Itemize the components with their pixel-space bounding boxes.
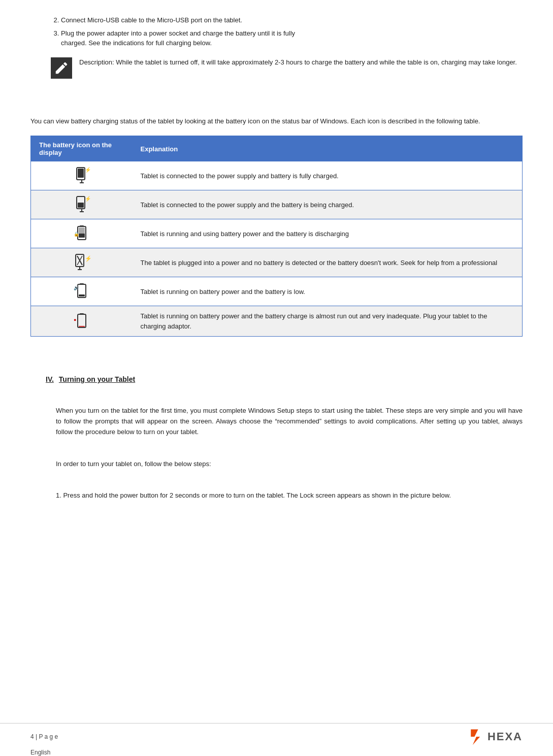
svg-rect-26 [79, 326, 85, 327]
battery-icon-cell: ⚡ [31, 161, 133, 190]
svg-text:⚡: ⚡ [85, 195, 91, 202]
description-text: Description: While the tablet is turned … [79, 57, 517, 68]
table-row-desc-5: Tablet is running on battery power and t… [133, 277, 523, 306]
step-3-item: Plug the power adapter into a power sock… [61, 28, 523, 48]
svg-text:🔒: 🔒 [74, 231, 80, 237]
svg-text:⚡: ⚡ [85, 255, 92, 262]
step-2-item: Connect Micro-USB cable to the Micro-USB… [61, 15, 523, 25]
table-row-desc-3: Tablet is running and using battery powe… [133, 219, 523, 248]
svg-rect-6 [78, 203, 84, 208]
battery-icon-cell: 🔒 [31, 219, 133, 248]
svg-text:🔊: 🔊 [74, 285, 80, 291]
hexa-logo-icon [467, 728, 485, 746]
table-header-col1: The battery icon on the display [31, 136, 133, 162]
table-row: ● Tablet is running on battery power and… [31, 306, 523, 337]
table-row: 🔒 Tablet is running and using battery po… [31, 219, 523, 248]
hexa-logo: HEXA [467, 728, 523, 746]
svg-rect-1 [78, 169, 84, 178]
table-row-desc-2: Tablet is connected to the power supply … [133, 190, 523, 219]
section-title: Turning on your Tablet [59, 375, 135, 383]
intro-paragraph: You can view battery charging status of … [30, 116, 523, 127]
page-number: 4 | P a g e [30, 733, 467, 740]
battery-no-battery-icon: ⚡ [39, 253, 124, 272]
svg-rect-25 [78, 314, 86, 327]
battery-low-icon: 🔊 [39, 282, 124, 301]
battery-low-svg: 🔊 [73, 282, 91, 301]
table-header-col2: Explanation [133, 136, 523, 162]
svg-rect-13 [80, 225, 84, 227]
table-header-row: The battery icon on the display Explanat… [31, 136, 523, 162]
table-row: ⚡ The tablet is plugged into a power and… [31, 248, 523, 277]
table-row: ⚡ Tablet is connected to the power suppl… [31, 190, 523, 219]
section-roman-numeral: IV. [46, 375, 54, 383]
table-row-desc-4: The tablet is plugged into a power and n… [133, 248, 523, 277]
battery-charging-icon: ⚡ [39, 195, 124, 214]
battery-icon-cell: ⚡ [31, 248, 133, 277]
footer-language: English [30, 749, 50, 756]
spacer6 [30, 476, 523, 490]
battery-critical-icon: ● [39, 312, 124, 331]
description-box: Description: While the tablet is turned … [51, 57, 523, 79]
svg-rect-12 [79, 234, 85, 238]
numbered-list: Connect Micro-USB cable to the Micro-USB… [61, 15, 523, 48]
table-row: ⚡ Tablet is connected to the power suppl… [31, 161, 523, 190]
battery-critical-svg: ● [73, 312, 91, 331]
step-3-text-line1: Plug the power adapter into a power sock… [61, 29, 295, 37]
spacer5 [30, 445, 523, 459]
table-header: The battery icon on the display Explanat… [31, 136, 523, 162]
section-iv-step1: 1. Press and hold the power button for 2… [56, 490, 523, 501]
battery-charging-svg: ⚡ [73, 195, 91, 214]
battery-table: The battery icon on the display Explanat… [30, 136, 523, 337]
table-row-desc-1: Tablet is connected to the power supply … [133, 161, 523, 190]
battery-icon-cell: ⚡ [31, 190, 133, 219]
svg-rect-27 [80, 313, 84, 315]
svg-rect-22 [79, 294, 85, 297]
battery-icon-cell: ● [31, 306, 133, 337]
battery-no-battery-svg: ⚡ [72, 253, 92, 272]
svg-rect-23 [80, 283, 84, 285]
note-icon [51, 57, 72, 79]
battery-icon-cell: 🔊 [31, 277, 133, 306]
svg-marker-29 [471, 730, 480, 745]
battery-discharging-svg: 🔒 [73, 224, 91, 243]
section-iv-heading: IV. Turning on your Tablet [46, 375, 523, 383]
page-footer: 4 | P a g e HEXA [0, 723, 553, 746]
pencil-svg [54, 60, 69, 76]
table-row-desc-6: Tablet is running on battery power and t… [133, 306, 523, 337]
svg-text:⚡: ⚡ [85, 167, 91, 173]
spacer3 [30, 349, 523, 363]
step-3-text-line2: charged. See the indications for full ch… [61, 39, 212, 47]
spacer4 [30, 391, 523, 406]
battery-full-connected-icon: ⚡ [39, 167, 124, 185]
spacer1 [30, 88, 523, 102]
section-iv-paragraph2: In order to turn your tablet on, follow … [56, 459, 523, 470]
battery-full-svg: ⚡ [73, 167, 91, 185]
step-2-text: Connect Micro-USB cable to the Micro-USB… [61, 16, 242, 24]
svg-text:●: ● [74, 317, 76, 322]
spacer2 [30, 102, 523, 116]
hexa-logo-text: HEXA [487, 730, 523, 743]
table-body: ⚡ Tablet is connected to the power suppl… [31, 161, 523, 337]
table-row: 🔊 Tablet is running on battery power and… [31, 277, 523, 306]
page-content: Connect Micro-USB cable to the Micro-USB… [0, 0, 553, 550]
battery-discharging-icon: 🔒 [39, 224, 124, 243]
section-iv-paragraph1: When you turn on the tablet for the firs… [56, 406, 523, 437]
